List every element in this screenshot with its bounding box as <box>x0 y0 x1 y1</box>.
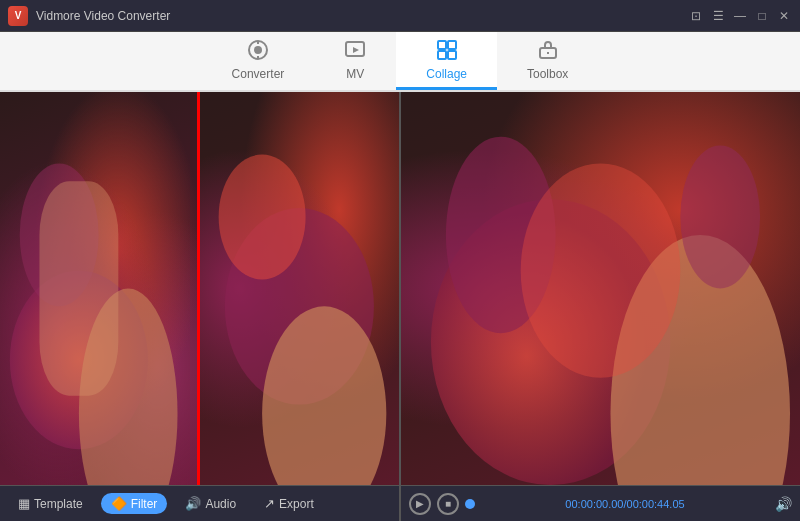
play-button[interactable]: ▶ <box>409 493 431 515</box>
nav-tabs: Converter MV Collage Toolbox <box>0 32 800 92</box>
left-preview-art <box>0 92 197 485</box>
maximize-icon[interactable]: □ <box>754 8 770 24</box>
stop-button[interactable]: ■ <box>437 493 459 515</box>
tab-converter-label: Converter <box>232 67 285 81</box>
svg-point-23 <box>680 146 760 289</box>
svg-point-1 <box>254 46 262 54</box>
svg-rect-6 <box>438 41 446 49</box>
mv-icon <box>344 39 366 64</box>
collage-container <box>0 92 399 485</box>
progress-indicator <box>465 499 475 509</box>
export-tab-icon: ↗ <box>264 496 275 511</box>
tab-toolbox[interactable]: Toolbox <box>497 32 598 90</box>
tab-mv[interactable]: MV <box>314 32 396 90</box>
collage-icon <box>436 39 458 64</box>
right-preview-art <box>200 92 399 485</box>
titlebar: V Vidmore Video Converter ⊡ ☰ — □ ✕ <box>0 0 800 32</box>
export-tab-btn[interactable]: ↗ Export <box>254 493 324 514</box>
app-logo: V <box>8 6 28 26</box>
filter-tab-label: Filter <box>131 497 158 511</box>
svg-point-18 <box>219 155 306 280</box>
right-panel: ▶ ■ 00:00:00.00/00:00:44.05 🔊 <box>401 92 800 521</box>
svg-marker-5 <box>353 47 359 53</box>
template-icon: ▦ <box>18 496 30 511</box>
audio-tab-btn[interactable]: 🔊 Audio <box>175 493 246 514</box>
app-title: Vidmore Video Converter <box>36 9 688 23</box>
main-content: ▦ Template 🔶 Filter 🔊 Audio ↗ Export <box>0 92 800 521</box>
svg-rect-15 <box>39 181 118 395</box>
collage-right-pane <box>200 92 399 485</box>
svg-rect-8 <box>438 51 446 59</box>
close-icon[interactable]: ✕ <box>776 8 792 24</box>
tab-collage[interactable]: Collage <box>396 32 497 90</box>
template-tab-btn[interactable]: ▦ Template <box>8 493 93 514</box>
filter-icon: 🔶 <box>111 496 127 511</box>
menu-icon[interactable]: ☰ <box>710 8 726 24</box>
svg-rect-7 <box>448 41 456 49</box>
audio-tab-label: Audio <box>205 497 236 511</box>
time-display: 00:00:00.00/00:00:44.05 <box>565 498 684 510</box>
tab-toolbox-label: Toolbox <box>527 67 568 81</box>
window-controls: ⊡ ☰ — □ ✕ <box>688 8 792 24</box>
minimize-icon[interactable]: — <box>732 8 748 24</box>
tab-converter[interactable]: Converter <box>202 32 315 90</box>
message-icon[interactable]: ⊡ <box>688 8 704 24</box>
tab-collage-label: Collage <box>426 67 467 81</box>
filter-tab-btn[interactable]: 🔶 Filter <box>101 493 168 514</box>
converter-icon <box>247 39 269 64</box>
right-video-preview <box>401 92 800 485</box>
template-tab-label: Template <box>34 497 83 511</box>
controls-strip: ▦ Template 🔶 Filter 🔊 Audio ↗ Export <box>0 485 399 521</box>
playback-controls: ▶ ■ <box>409 493 475 515</box>
right-main-preview-art <box>401 92 800 485</box>
svg-point-22 <box>521 163 681 377</box>
audio-icon: 🔊 <box>185 496 201 511</box>
svg-rect-9 <box>448 51 456 59</box>
right-controls: ▶ ■ 00:00:00.00/00:00:44.05 🔊 <box>401 485 800 521</box>
tab-mv-label: MV <box>346 67 364 81</box>
toolbox-icon <box>537 39 559 64</box>
left-video-preview <box>0 92 399 485</box>
volume-icon[interactable]: 🔊 <box>775 496 792 512</box>
export-tab-label: Export <box>279 497 314 511</box>
left-panel: ▦ Template 🔶 Filter 🔊 Audio ↗ Export <box>0 92 401 521</box>
collage-left-pane <box>0 92 200 485</box>
